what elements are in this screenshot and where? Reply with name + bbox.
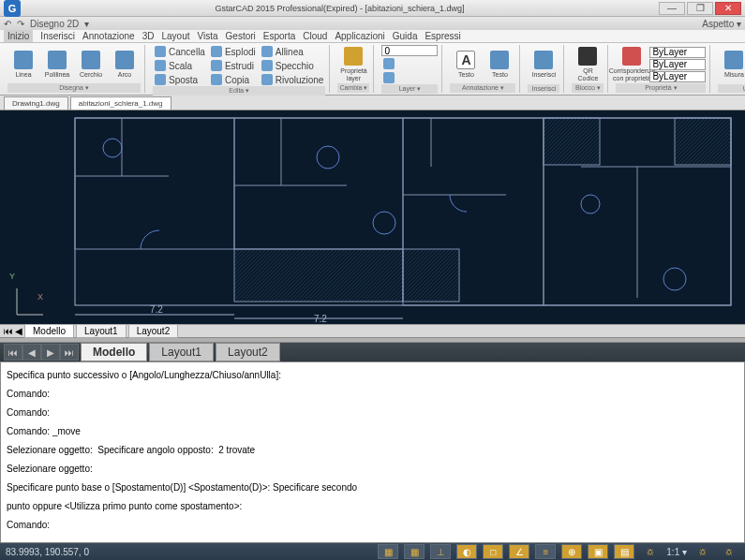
- sposta-button[interactable]: Sposta: [153, 73, 207, 86]
- cmd-line: Comando: _move: [7, 422, 738, 441]
- redo-button[interactable]: ↷: [17, 19, 24, 29]
- otrack-toggle[interactable]: ∠: [509, 544, 529, 559]
- scala-button[interactable]: Scala: [153, 59, 207, 72]
- svg-point-17: [103, 139, 122, 157]
- erase-icon: [155, 46, 166, 57]
- coordinates[interactable]: 83.9993, 190.557, 0: [6, 547, 137, 557]
- model-layout-tabs-small: ⏮ ◀ Modello Layout1 Layout2: [0, 324, 745, 337]
- annoscale-icon[interactable]: ⛭: [640, 544, 661, 559]
- tab-3d[interactable]: 3D: [142, 31, 155, 41]
- axis-x-label: X: [37, 292, 43, 302]
- cerchio-button[interactable]: Cerchio: [75, 46, 107, 83]
- tab-applicazioni[interactable]: Applicazioni: [335, 31, 384, 41]
- annovisibility-toggle[interactable]: ⛭: [693, 544, 713, 559]
- modeltab-modello[interactable]: Modello: [24, 324, 74, 338]
- ribbon-group-proprieta: Corrispondenza con proprietà ByLayer ByL…: [612, 45, 710, 93]
- modeltab-layout2[interactable]: Layout2: [128, 324, 179, 338]
- workspace-selector[interactable]: Disegno 2D: [30, 19, 79, 29]
- model-toggle[interactable]: ▣: [588, 544, 608, 559]
- layer-tool-2[interactable]: [381, 71, 438, 84]
- svg-rect-15: [544, 118, 600, 165]
- drawing-canvas[interactable]: 7.2 7.2 Y X: [0, 111, 745, 324]
- annoautoscale-toggle[interactable]: ⛭: [719, 544, 739, 559]
- tab-gestori[interactable]: Gestori: [226, 31, 256, 41]
- doctab-abitazioni[interactable]: abitazioni_schiera_1.dwg: [70, 96, 171, 110]
- cancella-button[interactable]: Cancella: [153, 45, 207, 58]
- rivoluzione-button[interactable]: Rivoluzione: [260, 73, 326, 86]
- bigtab-prev[interactable]: ◀: [22, 344, 41, 361]
- qr-button[interactable]: QR Codice: [572, 46, 603, 83]
- copia-button[interactable]: Copia: [209, 73, 258, 86]
- arco-button[interactable]: Arco: [109, 46, 141, 83]
- bigtab-layout1[interactable]: Layout1: [149, 343, 214, 361]
- qr-icon: [578, 47, 597, 66]
- esplodi-button[interactable]: Esplodi: [209, 45, 258, 58]
- testo2-button[interactable]: Testo: [484, 46, 515, 83]
- quick-access-toolbar: ↶ ↷ Disegno 2D ▾ Aspetto ▾: [0, 17, 745, 30]
- maximize-button[interactable]: ❐: [687, 2, 713, 15]
- lwt-toggle[interactable]: ≡: [535, 544, 556, 559]
- tab-inserisci[interactable]: Inserisci: [40, 31, 75, 41]
- model-layout-tabs-large: ⏮ ◀ ▶ ⏭ Modello Layout1 Layout2: [0, 343, 745, 361]
- revolve-icon: [261, 74, 273, 85]
- linetype-selector[interactable]: ByLayer: [649, 59, 706, 70]
- titlebar: G GstarCAD 2015 Professional(Expired) - …: [0, 0, 745, 17]
- svg-rect-14: [403, 249, 459, 302]
- lineweight-selector[interactable]: ByLayer: [649, 71, 706, 82]
- osnap-toggle[interactable]: □: [483, 544, 503, 559]
- polilinea-button[interactable]: Polilinea: [41, 46, 73, 83]
- scale-display[interactable]: 1:1 ▾: [666, 547, 687, 557]
- svg-rect-2: [234, 118, 403, 249]
- tab-vista[interactable]: Vista: [197, 31, 217, 41]
- match-props-button[interactable]: Corrispondenza con proprietà: [616, 46, 648, 83]
- modeltab-layout1[interactable]: Layout1: [76, 324, 127, 338]
- dyn-toggle[interactable]: ⊕: [561, 544, 582, 559]
- linea-button[interactable]: Linea: [7, 46, 39, 83]
- snap-toggle[interactable]: ▦: [378, 544, 398, 559]
- dimension-1: 7.2: [150, 304, 163, 315]
- app-logo[interactable]: G: [4, 0, 21, 17]
- qp-toggle[interactable]: ▤: [614, 544, 634, 559]
- bigtab-modello[interactable]: Modello: [81, 343, 147, 361]
- bigtab-first[interactable]: ⏮: [4, 344, 22, 361]
- specchio-button[interactable]: Specchio: [260, 59, 326, 72]
- tab-prev-icon[interactable]: ◀: [15, 326, 22, 336]
- tab-espressi[interactable]: Espressi: [425, 31, 460, 41]
- misura-button[interactable]: Misura: [718, 46, 745, 83]
- bigtab-next[interactable]: ▶: [41, 344, 60, 361]
- ribbon-group-blocco: QR Codice Blocco ▾: [568, 45, 608, 93]
- tab-inizio[interactable]: Inizio: [4, 30, 33, 42]
- close-button[interactable]: ✕: [715, 2, 741, 15]
- tab-cloud[interactable]: Cloud: [303, 31, 327, 41]
- tab-layout[interactable]: Layout: [161, 31, 189, 41]
- search-label[interactable]: Aspetto ▾: [702, 19, 741, 29]
- layer-tool-1[interactable]: [381, 57, 438, 70]
- layer-props-icon: [344, 47, 363, 66]
- layer-icon: [383, 72, 395, 83]
- grid-toggle[interactable]: ▦: [404, 544, 425, 559]
- color-selector[interactable]: ByLayer: [649, 47, 706, 58]
- move-icon: [155, 74, 166, 85]
- bigtab-layout2[interactable]: Layout2: [216, 343, 280, 361]
- inserisci-button[interactable]: Inserisci: [528, 46, 559, 83]
- copy-icon: [211, 74, 222, 85]
- testo-button[interactable]: ATesto: [450, 46, 482, 83]
- tab-first-icon[interactable]: ⏮: [4, 326, 13, 336]
- insert-icon: [534, 51, 553, 69]
- bigtab-last[interactable]: ⏭: [60, 344, 79, 361]
- polar-toggle[interactable]: ◐: [456, 544, 477, 559]
- layer-icon: [383, 58, 395, 69]
- undo-button[interactable]: ↶: [4, 19, 11, 29]
- allinea-button[interactable]: Allinea: [260, 45, 326, 58]
- minimize-button[interactable]: —: [659, 2, 685, 15]
- tab-esporta[interactable]: Esporta: [263, 31, 295, 41]
- proprieta-layer-button[interactable]: Proprietà layer: [337, 46, 369, 83]
- doctab-drawing1[interactable]: Drawing1.dwg: [4, 96, 68, 110]
- command-window[interactable]: Specifica punto successivo o [Angolo/Lun…: [0, 361, 745, 543]
- ortho-toggle[interactable]: ⊥: [430, 544, 451, 559]
- tab-annotazione[interactable]: Annotazione: [82, 31, 135, 41]
- tab-guida[interactable]: Guida: [393, 31, 418, 41]
- layer-selector[interactable]: 0: [381, 45, 438, 56]
- estrudi-button[interactable]: Estrudi: [209, 59, 258, 72]
- workspace-dropdown[interactable]: ▾: [84, 19, 89, 29]
